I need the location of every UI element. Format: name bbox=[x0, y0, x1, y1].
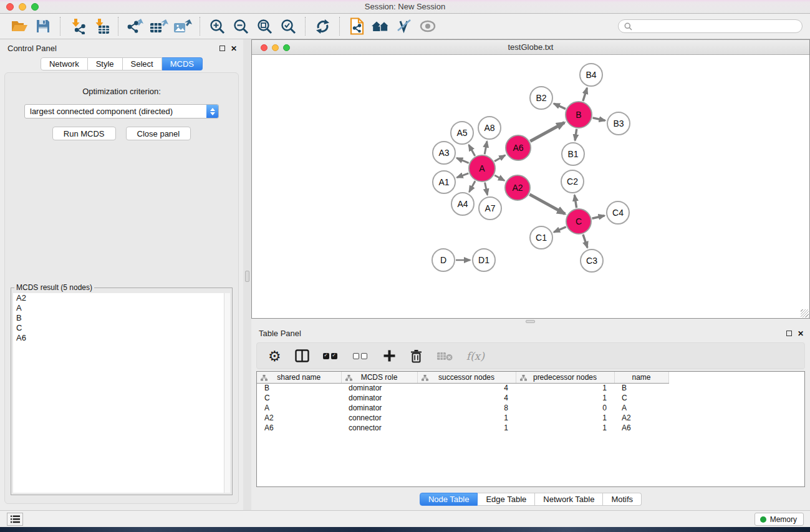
graph-node-A[interactable]: A bbox=[468, 155, 496, 182]
memory-button[interactable]: Memory bbox=[755, 513, 804, 526]
graph-node-D1[interactable]: D1 bbox=[472, 248, 496, 272]
gear-icon[interactable] bbox=[268, 348, 281, 364]
graph-node-C1[interactable]: C1 bbox=[529, 226, 553, 249]
export-image-icon[interactable] bbox=[171, 16, 195, 36]
graph-node-D[interactable]: D bbox=[432, 248, 455, 272]
open-session-icon[interactable] bbox=[7, 16, 31, 36]
minimize-window-icon[interactable] bbox=[19, 3, 26, 11]
search-input-container bbox=[618, 19, 803, 33]
zoom-selected-icon[interactable] bbox=[276, 16, 300, 36]
graph-node-C3[interactable]: C3 bbox=[580, 249, 604, 273]
tab-motifs[interactable]: Motifs bbox=[603, 493, 642, 506]
network-from-file-icon[interactable] bbox=[345, 16, 369, 36]
column-header-name[interactable]: name bbox=[614, 372, 668, 383]
network-canvas[interactable]: A5A8A3A1A4A7AA6A2BB2B4B3B1CC2C4C1C3DD1 bbox=[252, 55, 809, 318]
zoom-out-icon[interactable] bbox=[229, 16, 253, 36]
shared-column-icon bbox=[345, 374, 352, 383]
graph-node-A6[interactable]: A6 bbox=[505, 135, 531, 161]
search-input[interactable] bbox=[635, 22, 796, 31]
task-history-button[interactable] bbox=[7, 513, 23, 526]
zoom-window-icon[interactable] bbox=[31, 3, 39, 11]
criterion-select[interactable]: largest connected component (directed) bbox=[24, 104, 219, 118]
graph-node-B3[interactable]: B3 bbox=[607, 112, 630, 135]
table-row[interactable]: Adominator 80 A bbox=[257, 403, 668, 413]
main-toolbar bbox=[0, 14, 810, 39]
network-view-title: testGlobe.txt bbox=[252, 40, 809, 54]
refresh-icon[interactable] bbox=[311, 16, 334, 36]
function-builder-icon: f(x) bbox=[466, 348, 485, 364]
tab-edge-table[interactable]: Edge Table bbox=[478, 493, 535, 506]
close-panel-icon[interactable] bbox=[231, 44, 237, 53]
table-row[interactable]: A6connector 11 A6 bbox=[257, 423, 668, 433]
graph-node-A8[interactable]: A8 bbox=[478, 116, 501, 140]
network-window-titlebar[interactable]: testGlobe.txt bbox=[252, 40, 809, 55]
tab-node-table[interactable]: Node Table bbox=[420, 493, 478, 506]
tab-style[interactable]: Style bbox=[88, 57, 123, 70]
tab-mcds[interactable]: MCDS bbox=[162, 57, 203, 70]
save-session-icon[interactable] bbox=[31, 16, 55, 36]
delete-icon[interactable] bbox=[410, 348, 423, 364]
import-network-icon[interactable] bbox=[65, 16, 89, 36]
mcds-result-legend: MCDS result (5 nodes) bbox=[14, 283, 94, 292]
list-item[interactable]: A6 bbox=[13, 333, 230, 343]
first-neighbors-icon[interactable] bbox=[369, 16, 392, 36]
deselect-all-icon[interactable] bbox=[353, 348, 369, 364]
tab-network[interactable]: Network bbox=[41, 57, 88, 70]
zoom-fit-icon[interactable] bbox=[253, 16, 276, 36]
column-header-successor-nodes[interactable]: successor nodes bbox=[417, 372, 516, 383]
select-all-icon[interactable] bbox=[323, 348, 339, 364]
graph-node-C2[interactable]: C2 bbox=[561, 170, 584, 193]
run-mcds-button[interactable]: Run MCDS bbox=[52, 127, 116, 140]
graph-node-C4[interactable]: C4 bbox=[606, 201, 630, 225]
graph-node-B[interactable]: B bbox=[565, 101, 592, 128]
splitter-handle[interactable] bbox=[526, 320, 535, 323]
desktop-wallpaper bbox=[0, 527, 810, 532]
graph-node-A2[interactable]: A2 bbox=[504, 175, 531, 201]
float-panel-icon[interactable] bbox=[219, 46, 225, 51]
list-item[interactable]: B bbox=[13, 313, 230, 323]
float-panel-icon[interactable] bbox=[786, 331, 792, 336]
memory-label: Memory bbox=[770, 515, 797, 524]
add-column-icon[interactable] bbox=[383, 348, 396, 364]
table-row[interactable]: A2connector 11 A2 bbox=[257, 413, 668, 423]
splitter-handle[interactable] bbox=[245, 271, 249, 282]
table-row[interactable]: Cdominator 41 C bbox=[257, 393, 668, 403]
horizontal-splitter[interactable] bbox=[251, 319, 810, 324]
graph-node-A3[interactable]: A3 bbox=[432, 141, 456, 165]
list-item[interactable]: A bbox=[13, 303, 230, 313]
column-header-mcds-role[interactable]: MCDS role bbox=[341, 372, 417, 383]
graph-node-B2[interactable]: B2 bbox=[529, 86, 553, 110]
control-panel-title: Control Panel bbox=[7, 44, 57, 53]
vertical-splitter[interactable] bbox=[243, 39, 251, 510]
column-header-predecessor-nodes[interactable]: predecessor nodes bbox=[516, 372, 614, 383]
hide-details-icon[interactable] bbox=[392, 16, 416, 36]
split-columns-icon[interactable] bbox=[295, 348, 309, 364]
export-network-icon[interactable] bbox=[123, 16, 147, 36]
tab-select[interactable]: Select bbox=[123, 57, 162, 70]
close-view-icon[interactable] bbox=[261, 44, 268, 51]
export-table-icon[interactable] bbox=[147, 16, 171, 36]
graph-node-A4[interactable]: A4 bbox=[451, 192, 475, 216]
table-panel: Table Panel f(x) bbox=[251, 324, 810, 510]
zoom-in-icon[interactable] bbox=[205, 16, 229, 36]
list-item[interactable]: C bbox=[13, 323, 230, 333]
close-panel-icon[interactable] bbox=[798, 329, 804, 338]
close-panel-button[interactable]: Close panel bbox=[126, 127, 191, 140]
graph-node-A5[interactable]: A5 bbox=[450, 121, 474, 145]
scrollbar[interactable] bbox=[224, 293, 230, 493]
tab-network-table[interactable]: Network Table bbox=[535, 493, 603, 506]
list-item[interactable]: A2 bbox=[13, 293, 230, 303]
table-row[interactable]: Bdominator 41 B bbox=[257, 383, 668, 393]
graph-node-A1[interactable]: A1 bbox=[432, 170, 456, 194]
import-table-icon[interactable] bbox=[89, 16, 113, 36]
graph-node-A7[interactable]: A7 bbox=[478, 196, 502, 220]
resize-grip-icon[interactable] bbox=[801, 309, 809, 317]
graph-node-C[interactable]: C bbox=[566, 208, 592, 235]
graph-node-B1[interactable]: B1 bbox=[561, 142, 585, 166]
zoom-view-icon[interactable] bbox=[283, 44, 290, 51]
minimize-view-icon[interactable] bbox=[272, 44, 279, 51]
column-header-shared-name[interactable]: shared name bbox=[257, 372, 341, 383]
close-window-icon[interactable] bbox=[6, 3, 14, 11]
graph-node-B4[interactable]: B4 bbox=[579, 63, 603, 87]
mcds-result-list[interactable]: A2 A B C A6 bbox=[13, 293, 230, 493]
